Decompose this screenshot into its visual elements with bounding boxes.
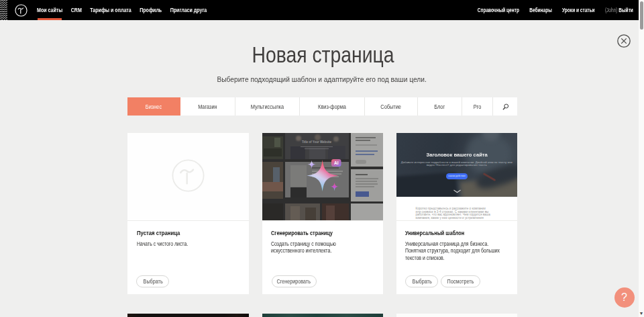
svg-text:AI: AI [333,161,338,165]
